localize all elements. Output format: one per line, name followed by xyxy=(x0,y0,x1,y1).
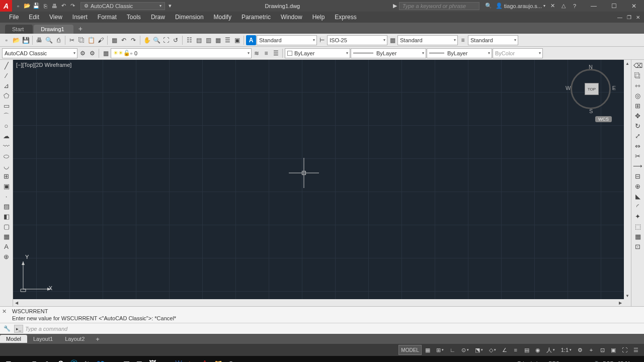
preview-icon[interactable]: 🔍 xyxy=(44,35,53,45)
status-transp-icon[interactable]: ▤ xyxy=(522,345,532,355)
gradient-icon[interactable]: ◧ xyxy=(2,212,12,221)
circle-icon[interactable]: ○ xyxy=(2,121,12,131)
mtext-icon[interactable]: A xyxy=(2,242,12,251)
lineweight-dropdown[interactable]: ByLayer xyxy=(427,48,492,58)
status-polar-icon[interactable]: ⊙ xyxy=(459,345,471,355)
infocenter-search[interactable]: Type a keyword or phrase xyxy=(399,2,479,10)
redo-icon[interactable]: ↷ xyxy=(68,2,76,10)
table-style-dropdown[interactable]: Standard xyxy=(397,35,458,45)
status-snap-icon[interactable]: ⊞ xyxy=(434,345,446,355)
hatch-icon[interactable]: ▨ xyxy=(2,202,12,211)
chamfer-icon[interactable]: ◣ xyxy=(633,192,643,201)
layer-prev-icon[interactable]: ≋ xyxy=(252,48,261,58)
zoom-prev-icon[interactable]: ↺ xyxy=(171,35,180,45)
mail-icon[interactable]: ✉ xyxy=(133,357,146,362)
vertical-scrollbar[interactable]: ▲▼ xyxy=(624,60,631,299)
app-logo[interactable]: A xyxy=(0,0,12,12)
status-anno-icon[interactable]: 人 xyxy=(544,345,557,355)
color-dropdown[interactable]: ByLayer xyxy=(285,48,350,58)
command-input[interactable]: Type a command xyxy=(25,326,67,332)
ddr-icon[interactable]: ⬚ xyxy=(633,222,643,231)
workspace-dropdown[interactable]: ⚙ AutoCAD Classic ▾ xyxy=(80,2,165,10)
status-otrack-icon[interactable]: ∠ xyxy=(500,345,510,355)
edge-icon[interactable]: e xyxy=(159,357,172,362)
cut-icon[interactable]: ✂ xyxy=(67,35,76,45)
menu-dimension[interactable]: Dimension xyxy=(170,13,209,22)
menu-help[interactable]: Help xyxy=(307,13,330,22)
break-icon[interactable]: ⊟ xyxy=(633,171,643,181)
markup-icon[interactable]: ☰ xyxy=(223,35,232,45)
menu-draw[interactable]: Draw xyxy=(146,13,170,22)
ppt-icon[interactable]: ▶ xyxy=(185,357,198,362)
status-annomon-icon[interactable]: + xyxy=(586,345,596,355)
ellipse-icon[interactable]: ⬭ xyxy=(2,151,12,161)
doc-minimize-icon[interactable]: — xyxy=(616,14,624,21)
calc-icon[interactable]: ▣ xyxy=(232,35,242,45)
menu-modify[interactable]: Modify xyxy=(209,13,236,22)
menu-parametric[interactable]: Parametric xyxy=(236,13,276,22)
status-ortho-icon[interactable]: ∟ xyxy=(447,345,458,355)
zoom-rt-icon[interactable]: 🔍 xyxy=(152,35,161,45)
save-icon[interactable]: 💾 xyxy=(21,35,30,45)
toolpalette-icon[interactable]: ▥ xyxy=(204,35,213,45)
status-cycle-icon[interactable]: ◉ xyxy=(533,345,543,355)
ws-gear-icon[interactable]: ⚙ xyxy=(78,48,87,58)
status-qprops-icon[interactable]: ▣ xyxy=(608,345,618,355)
status-customize-icon[interactable]: ☰ xyxy=(631,345,641,355)
explode-icon[interactable]: ✦ xyxy=(633,212,643,221)
search-icon[interactable]: 🔍 xyxy=(485,2,493,10)
news-icon[interactable]: ▤ xyxy=(120,357,133,362)
rotate-icon[interactable]: ↻ xyxy=(633,121,643,131)
people-icon[interactable]: 👥 xyxy=(94,357,107,362)
start-icon[interactable]: ⊞ xyxy=(2,357,15,362)
layer-dropdown[interactable]: ☀☀🔓▫ 0 xyxy=(111,48,252,58)
doctab-drawing1[interactable]: Drawing1 xyxy=(34,25,73,34)
sheetset-icon[interactable]: ▦ xyxy=(213,35,222,45)
status-iso-icon[interactable]: ⬔ xyxy=(472,345,486,355)
viewcube-top-face[interactable]: TOP xyxy=(585,83,599,95)
status-lw-icon[interactable]: ≡ xyxy=(511,345,521,355)
plot-icon[interactable]: 🖶 xyxy=(35,35,44,45)
menu-window[interactable]: Window xyxy=(276,13,307,22)
a360-icon[interactable]: △ xyxy=(559,2,568,10)
dimstyle-icon[interactable]: ⊢ xyxy=(317,35,327,45)
xline-icon[interactable]: ∕ xyxy=(2,71,12,80)
rect-icon[interactable]: ▭ xyxy=(2,101,12,111)
photos-icon[interactable]: 🖼 xyxy=(146,357,159,362)
properties-icon[interactable]: ☷ xyxy=(185,35,194,45)
status-osnap-icon[interactable]: ◇ xyxy=(487,345,499,355)
ellipsearc-icon[interactable]: ◡ xyxy=(2,161,12,171)
close-button[interactable]: ✕ xyxy=(624,0,644,12)
undo-icon[interactable]: ↶ xyxy=(59,2,67,10)
join-icon[interactable]: ⊕ xyxy=(633,182,643,191)
xbox-icon[interactable]: ✪ xyxy=(54,357,67,362)
doc-restore-icon[interactable]: ❐ xyxy=(625,14,633,21)
dim-style-dropdown[interactable]: ISO-25 xyxy=(327,35,387,45)
doctab-add-button[interactable]: + xyxy=(74,24,87,34)
status-model-button[interactable]: MODEL xyxy=(398,345,422,355)
text-style-dropdown[interactable]: Standard xyxy=(257,35,317,45)
array-icon[interactable]: ⊞ xyxy=(633,101,643,111)
cmd-customize-icon[interactable]: 🔧 xyxy=(2,324,12,333)
explorer-icon[interactable]: 🗀 xyxy=(41,357,54,362)
new-icon[interactable]: ▫ xyxy=(14,2,22,10)
fillet-icon[interactable]: ◜ xyxy=(633,202,643,211)
revcloud-icon[interactable]: ☁ xyxy=(2,131,12,141)
status-grid-icon[interactable]: ▦ xyxy=(423,345,433,355)
layout-tab-layout2[interactable]: Layout2 xyxy=(59,335,91,343)
point-icon[interactable]: · xyxy=(2,192,12,201)
layout-tab-layout1[interactable]: Layout1 xyxy=(27,335,59,343)
pline-icon[interactable]: ⊿ xyxy=(2,81,12,90)
menu-insert[interactable]: Insert xyxy=(67,13,93,22)
erase-icon[interactable]: ⌫ xyxy=(633,61,643,70)
folder-icon[interactable]: 📁 xyxy=(211,357,224,362)
paste-icon[interactable]: 📋 xyxy=(87,35,96,45)
word-icon[interactable]: W xyxy=(172,357,185,362)
region-icon[interactable]: ▢ xyxy=(2,222,12,231)
matchprop-icon[interactable]: 🖌 xyxy=(96,35,105,45)
qat-dropdown-icon[interactable]: ▾ xyxy=(166,2,174,10)
cmd-close-icon[interactable]: ✕ xyxy=(2,308,7,315)
menu-file[interactable]: File xyxy=(4,13,24,22)
zoom-win-icon[interactable]: ⛶ xyxy=(162,35,171,45)
minimize-button[interactable]: — xyxy=(584,0,604,12)
